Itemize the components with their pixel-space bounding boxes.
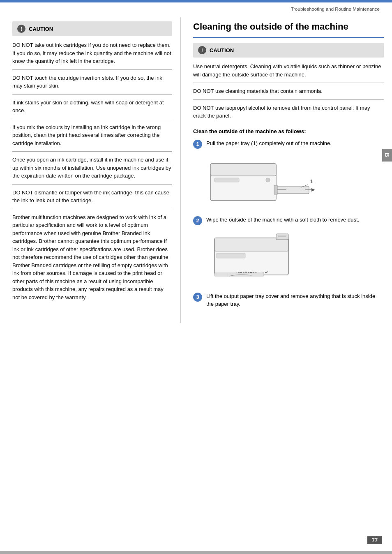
step-2-number: 2	[193, 216, 202, 225]
right-caution-para-3: DO NOT use isopropyl alcohol to remove d…	[193, 104, 384, 120]
svg-point-4	[266, 178, 270, 182]
left-para-6: DO NOT dismantle or tamper with the ink …	[12, 189, 172, 205]
section-title: Cleaning the outside of the machine	[193, 21, 384, 32]
svg-rect-3	[214, 178, 239, 182]
section-title-container: Cleaning the outside of the machine	[193, 21, 384, 38]
step-2-text: Wipe the outside of the machine with a s…	[206, 216, 384, 224]
left-column: ! CAUTION DO NOT take out ink cartridges…	[0, 17, 181, 323]
main-content: ! CAUTION DO NOT take out ink cartridges…	[0, 13, 392, 323]
step-3-text: Lift the output paper tray cover and rem…	[206, 292, 384, 308]
breadcrumb: Troubleshooting and Routine Maintenance	[291, 7, 380, 12]
page-header: Troubleshooting and Routine Maintenance	[0, 2, 392, 13]
caution-icon-left: !	[17, 25, 25, 33]
svg-rect-1	[210, 164, 276, 176]
divider-1	[12, 69, 172, 70]
svg-rect-9	[274, 185, 277, 194]
right-caution-title: CAUTION	[210, 47, 234, 53]
left-para-7: Brother multifunction machines are desig…	[12, 213, 172, 302]
svg-rect-12	[214, 238, 288, 251]
divider-5	[12, 184, 172, 185]
side-tab-b: B	[382, 149, 392, 162]
left-para-3: If ink stains your skin or clothing, was…	[12, 99, 172, 115]
left-caution-box: ! CAUTION	[12, 21, 172, 36]
caution-icon-right: !	[198, 46, 206, 54]
page-number: 77	[367, 536, 382, 544]
right-caution-box: ! CAUTION	[193, 43, 384, 58]
svg-rect-17	[217, 253, 245, 258]
left-caution-title: CAUTION	[29, 26, 53, 32]
right-caution-header: ! CAUTION	[198, 46, 379, 54]
step-3: 3 Lift the output paper tray cover and r…	[193, 292, 384, 308]
left-para-5: Once you open an ink cartridge, install …	[12, 156, 172, 180]
printer-illustration-1: 1	[206, 155, 384, 210]
step-2: 2 Wipe the outside of the machine with a…	[193, 216, 384, 225]
right-caution-para-2: DO NOT use cleaning materials that conta…	[193, 87, 384, 95]
right-caution-para-1: Use neutral detergents. Cleaning with vo…	[193, 62, 384, 78]
right-divider-2	[193, 99, 384, 100]
divider-2	[12, 94, 172, 95]
printer-illustration-2	[206, 232, 384, 286]
step-1-text: Pull the paper tray (1) completely out o…	[206, 139, 384, 148]
svg-rect-14	[276, 234, 288, 240]
divider-6	[12, 209, 172, 209]
right-column: Cleaning the outside of the machine ! CA…	[181, 17, 392, 323]
left-para-4: If you mix the colours by installing an …	[12, 123, 172, 148]
left-caution-header: ! CAUTION	[17, 25, 167, 33]
page-number-area: 77	[367, 536, 382, 544]
step-3-number: 3	[193, 293, 202, 302]
step-1-number: 1	[193, 140, 202, 149]
svg-rect-18	[214, 273, 264, 276]
left-para-2: DO NOT touch the cartridge insertion slo…	[12, 74, 172, 90]
steps-intro: Clean the outside of the machine as foll…	[193, 128, 384, 134]
divider-3	[12, 119, 172, 119]
step-1: 1 Pull the paper tray (1) completely out…	[193, 139, 384, 149]
right-divider-1	[193, 83, 384, 83]
bottom-bar	[0, 551, 392, 554]
left-para-1: DO NOT take out ink cartridges if you do…	[12, 41, 172, 65]
svg-text:1: 1	[310, 178, 313, 185]
divider-4	[12, 151, 172, 152]
